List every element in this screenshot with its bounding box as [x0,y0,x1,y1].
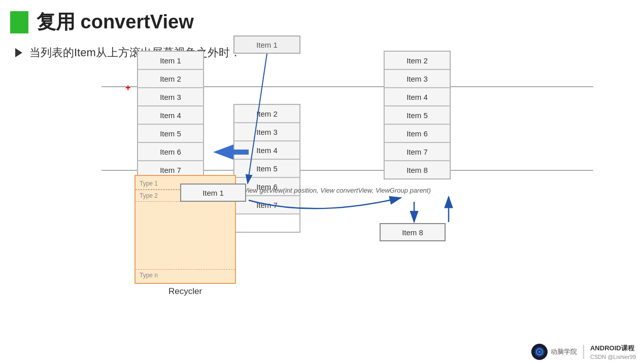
list-item: Item 2 [138,69,204,88]
list-item-empty [234,214,300,232]
title-bar: 复用 convertView [0,0,644,40]
green-accent-box [10,11,28,33]
triangle-icon [15,48,22,57]
list-item: Item 6 [138,142,204,161]
list-item: Item 5 [138,124,204,142]
left-list: Item 1 Item 2 Item 3 Item 4 Item 5 Item … [137,51,204,179]
recycler-label: Recycler [134,286,236,297]
item8-floating: Item 8 [380,223,446,241]
list-item: Item 2 [384,51,450,69]
recycler-type-n: Type n [135,270,235,281]
list-item: Item 6 [384,124,450,142]
footer: 动脑学院 ANDROID课程 CSDN @Lishier99 [531,344,636,360]
getview-text: View getView(int position, View convertV… [244,187,431,194]
mid-list-top-item: Item 1 [233,35,300,54]
brand-name: 动脑学院 [551,347,577,356]
footer-course: ANDROID课程 [590,344,634,353]
right-list: Item 2 Item 3 Item 4 Item 5 Item 6 Item … [384,51,451,179]
list-item: Item 4 [384,88,450,106]
list-item: Item 4 [138,106,204,124]
item1-floating: Item 1 [180,184,246,202]
footer-user: CSDN @Lishier99 [590,354,636,360]
red-plus-icon: + [125,83,131,93]
list-item: Item 5 [234,159,300,177]
list-item: Item 3 [138,88,204,106]
list-item: Item 7 [384,142,450,161]
list-item: Item 2 [234,104,300,123]
list-item: Item 5 [384,106,450,124]
list-item: Item 8 [384,161,450,179]
list-item: Item 3 [384,69,450,88]
footer-brand: 动脑学院 [531,344,577,360]
list-item: Item 4 [234,141,300,159]
page-title: 复用 convertView [37,9,194,35]
list-item: Item 3 [234,123,300,141]
svg-point-8 [538,351,540,353]
list-item: Item 1 [138,51,204,69]
mid-list: Item 2 Item 3 Item 4 Item 5 Item 6 Item … [233,104,300,233]
subtitle: 当列表的Item从上方滚出屏幕视角之外时： [0,40,644,68]
subtitle-text: 当列表的Item从上方滚出屏幕视角之外时： [29,45,241,60]
brand-logo [531,344,548,360]
footer-divider [583,345,584,359]
